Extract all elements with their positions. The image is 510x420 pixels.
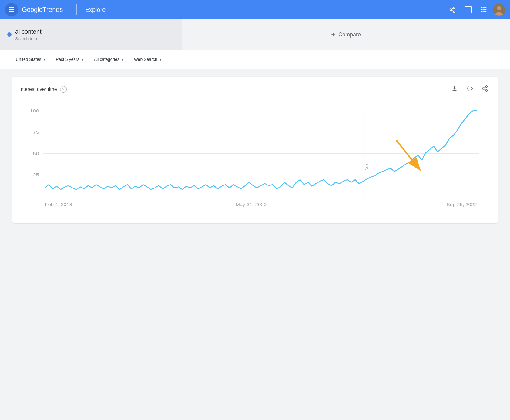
search-term-box[interactable]: ai content Search term — [0, 19, 182, 50]
avatar-image — [493, 4, 505, 16]
header-actions: ! — [446, 3, 505, 16]
period-arrow-icon: ▼ — [81, 58, 84, 61]
compare-label: Compare — [338, 32, 361, 38]
search-type-label: Web Search — [134, 57, 157, 62]
chart-share-icon — [481, 85, 488, 92]
embed-button[interactable] — [464, 84, 475, 95]
help-icon-button[interactable]: ? — [60, 86, 67, 93]
svg-point-15 — [497, 6, 501, 10]
category-arrow-icon: ▼ — [121, 58, 124, 61]
region-arrow-icon: ▼ — [43, 58, 46, 61]
app-header: ☰ Google Trends Explore ! — [0, 0, 510, 19]
logo-trends: Trends — [42, 6, 63, 14]
svg-text:Note: Note — [364, 163, 369, 170]
download-button[interactable] — [449, 84, 460, 95]
chart-area: 100 75 50 25 Note Feb — [19, 101, 491, 216]
svg-line-4 — [451, 8, 453, 9]
avatar[interactable] — [493, 4, 505, 16]
avatar-svg — [493, 4, 505, 16]
chart-title-area: Interest over time ? — [19, 86, 67, 93]
header-divider — [76, 4, 77, 15]
compare-plus-icon: + — [331, 30, 335, 39]
apps-icon — [481, 6, 487, 13]
svg-rect-7 — [485, 7, 487, 8]
logo-google: Google — [22, 6, 42, 14]
app-logo: Google Trends — [22, 6, 63, 14]
svg-line-21 — [484, 87, 486, 88]
svg-rect-9 — [483, 9, 485, 10]
compare-button[interactable]: + Compare — [182, 19, 510, 50]
svg-rect-11 — [481, 11, 483, 12]
search-area: ai content Search term + Compare — [0, 19, 510, 50]
svg-text:100: 100 — [30, 108, 39, 113]
chart-share-button[interactable] — [479, 84, 491, 95]
search-term: ai content — [15, 28, 42, 35]
term-info: ai content Search term — [15, 28, 42, 41]
hamburger-icon: ☰ — [9, 7, 14, 13]
region-filter[interactable]: United States ▼ — [12, 55, 50, 64]
svg-line-3 — [451, 10, 453, 11]
term-color-dot — [7, 32, 12, 37]
svg-text:25: 25 — [33, 172, 39, 177]
svg-rect-8 — [481, 9, 483, 10]
feedback-button[interactable]: ! — [461, 3, 475, 16]
category-label: All categories — [94, 57, 119, 62]
svg-text:Sep 25, 2022: Sep 25, 2022 — [447, 202, 477, 207]
filter-bar: United States ▼ Past 5 years ▼ All categ… — [0, 50, 510, 69]
svg-text:May 31, 2020: May 31, 2020 — [236, 202, 267, 207]
svg-text:50: 50 — [33, 151, 39, 156]
chart-actions — [449, 84, 491, 95]
page-title: Explore — [85, 6, 442, 13]
svg-rect-6 — [483, 7, 485, 8]
download-icon — [451, 85, 458, 92]
search-type-filter[interactable]: Web Search ▼ — [130, 55, 166, 64]
search-type-arrow-icon: ▼ — [159, 58, 162, 61]
embed-icon — [466, 85, 473, 92]
help-question-mark: ? — [62, 87, 64, 92]
feedback-icon: ! — [465, 6, 472, 13]
svg-rect-10 — [485, 9, 487, 10]
svg-text:Feb 4, 2018: Feb 4, 2018 — [45, 202, 72, 207]
svg-line-20 — [484, 89, 486, 90]
period-filter[interactable]: Past 5 years ▼ — [52, 55, 88, 64]
share-icon — [449, 6, 456, 13]
category-filter[interactable]: All categories ▼ — [90, 55, 128, 64]
chart-svg: 100 75 50 25 Note Feb — [19, 101, 491, 216]
share-button[interactable] — [446, 3, 459, 16]
svg-rect-5 — [481, 7, 483, 8]
search-term-type: Search term — [15, 36, 42, 41]
chart-header: Interest over time ? — [19, 84, 491, 95]
region-label: United States — [16, 57, 41, 62]
period-label: Past 5 years — [56, 57, 79, 62]
chart-title: Interest over time — [19, 87, 57, 92]
svg-line-34 — [396, 140, 420, 170]
svg-rect-12 — [483, 11, 485, 12]
apps-button[interactable] — [477, 3, 491, 16]
svg-text:75: 75 — [33, 130, 39, 135]
main-content: Interest over time ? — [0, 69, 510, 238]
svg-rect-13 — [485, 11, 487, 12]
interest-over-time-card: Interest over time ? — [12, 77, 498, 223]
menu-button[interactable]: ☰ — [5, 3, 18, 16]
